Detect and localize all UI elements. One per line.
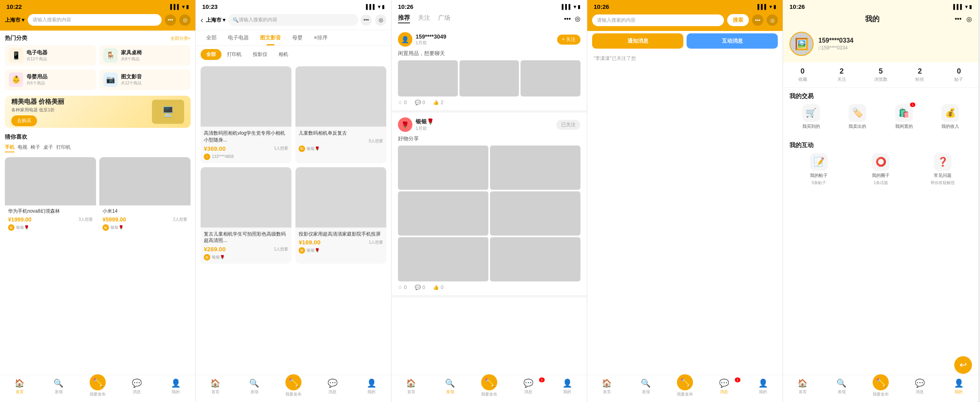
nav-message-4[interactable]: 💬 消息 1 <box>705 378 744 397</box>
nav-mine-4[interactable]: 👤 我的 <box>744 378 783 397</box>
followed-button-2[interactable]: 已关注 <box>556 120 580 130</box>
nav-mine-1[interactable]: 👤 我的 <box>156 378 195 397</box>
category-electronics[interactable]: 📱 电子电器 共12个商品 <box>5 45 96 66</box>
banner-button[interactable]: 去购买 <box>11 115 37 126</box>
nav-home-2[interactable]: 🏠 首页 <box>196 378 235 397</box>
search-placeholder-4: 请输入搜索的内容 <box>597 17 636 24</box>
search-bar-2[interactable]: 🔍 请输入搜索的内容 <box>228 14 358 26</box>
my-circles[interactable]: ⭕ 我的圈子 1条话题 <box>851 153 910 186</box>
sub-tab-printer[interactable]: 打印机 <box>221 49 247 60</box>
feed-like-2[interactable]: ☆ 0 <box>398 285 407 290</box>
list-product-2[interactable]: 儿童数码相机单反复古 0人想要 银 银银🌹 <box>295 66 386 163</box>
search-button-4[interactable]: 搜索 <box>727 14 749 26</box>
my-posts[interactable]: 📝 我的帖子 0条帖子 <box>789 153 848 186</box>
more-icon-2[interactable]: ••• <box>361 14 372 26</box>
stat-collect[interactable]: 0 收藏 <box>783 67 822 82</box>
guess-tag-tv[interactable]: 电视 <box>18 144 27 152</box>
tab-baby[interactable]: 母婴 <box>287 30 308 45</box>
follow-button-1[interactable]: + 关注 <box>557 35 580 45</box>
nav-home-5[interactable]: 🏠 首页 <box>783 378 822 397</box>
nav-discover-5[interactable]: 🔍 发现 <box>822 378 861 397</box>
tab-all[interactable]: 全部 <box>201 30 222 45</box>
feed-tab-square[interactable]: 广场 <box>438 14 450 23</box>
nav-message-3[interactable]: 💬 消息 1 <box>509 378 548 397</box>
sub-tab-camera[interactable]: 相机 <box>273 49 294 60</box>
more-icon-3[interactable]: ••• <box>564 15 571 23</box>
nav-publish-3[interactable]: ✏️ 我要发布 <box>469 378 508 397</box>
category-baby[interactable]: 👶 母婴用品 共6个商品 <box>5 69 96 90</box>
faq[interactable]: ❓ 常见问题 帮你答疑解惑 <box>913 153 972 186</box>
battery-icon-4: ▮ <box>773 4 776 10</box>
scan-icon[interactable]: ◎ <box>179 14 191 26</box>
nav-discover-1[interactable]: 🔍 发现 <box>39 378 78 397</box>
stat-fans[interactable]: 2 粉丝 <box>900 67 939 82</box>
search-bar[interactable]: 请输入搜索的内容 <box>28 14 162 26</box>
feed-image-1c <box>521 60 580 96</box>
all-categories-link[interactable]: 全部分类+ <box>170 35 191 41</box>
nav-home-1[interactable]: 🏠 首页 <box>0 378 39 397</box>
scan-icon-3[interactable]: ◎ <box>575 15 580 23</box>
more-icon[interactable]: ••• <box>165 14 176 26</box>
feed-like-1[interactable]: ☆ 0 <box>398 100 407 105</box>
list-product-4[interactable]: 投影仪家用超高清清家庭影院手机投屏 ¥169.00 1人想要 银 银银🌹 <box>295 167 386 264</box>
feed-comment-2[interactable]: 💬 0 <box>415 285 425 290</box>
float-button[interactable]: ↩ <box>954 356 972 374</box>
product-card-1[interactable]: 华为手机nova8幻境森林 ¥1999.00 3人想要 银 银银🌹 <box>5 157 96 234</box>
tab-media[interactable]: 图文影音 <box>254 30 287 45</box>
list-product-1[interactable]: 高清数码照相机vlog学生党专用小相机小型随身... ¥369.00 1人想要 … <box>201 66 291 163</box>
trading-sell[interactable]: 🏷️ 我卖出的 <box>836 104 880 129</box>
nav-mine-3[interactable]: 👤 我的 <box>548 378 587 397</box>
nav-message-1[interactable]: 💬 消息 <box>117 378 156 397</box>
scan-icon-2[interactable]: ◎ <box>375 14 386 26</box>
more-icon-5[interactable]: ••• <box>955 15 962 23</box>
nav-mine-5[interactable]: 👤 我的 <box>939 378 978 397</box>
stat-follow[interactable]: 2 关注 <box>822 67 861 82</box>
nav-publish-2[interactable]: ✏️ 我要发布 <box>274 378 313 397</box>
nav-mine-2[interactable]: 👤 我的 <box>352 378 391 397</box>
category-media[interactable]: 📷 图文影音 共12个商品 <box>99 69 191 90</box>
more-icon-4[interactable]: ••• <box>752 14 763 26</box>
nav-message-5[interactable]: 💬 消息 <box>900 378 939 397</box>
scan-icon-4[interactable]: ◎ <box>767 14 778 26</box>
nav-publish-5[interactable]: ✏️ 我要发布 <box>861 378 900 397</box>
nav-publish-4[interactable]: ✏️ 我要发布 <box>665 378 704 397</box>
location-select[interactable]: 上海市 ▾ <box>206 16 226 24</box>
trading-buy[interactable]: 🛒 我买到的 <box>789 104 833 129</box>
nav-discover-3[interactable]: 🔍 发现 <box>431 378 469 397</box>
profile-avatar[interactable]: 🖼️ <box>789 32 814 56</box>
nav-discover-4[interactable]: 🔍 发现 <box>626 378 665 397</box>
tab-sort[interactable]: ≡排序 <box>308 30 333 45</box>
phone4-search[interactable]: 请输入搜索的内容 <box>592 14 724 26</box>
sub-tab-projector[interactable]: 投影仪 <box>247 49 273 60</box>
trading-idle[interactable]: 🛍️ 1 我闲置的 <box>882 104 926 129</box>
guess-tag-desk[interactable]: 桌子 <box>43 144 53 152</box>
nav-publish-1[interactable]: ✏️ 我要发布 <box>78 378 117 397</box>
nav-home-label-4: 首页 <box>603 389 611 395</box>
guess-tag-chair[interactable]: 椅子 <box>31 144 40 152</box>
sub-tab-all[interactable]: 全部 <box>201 49 221 60</box>
feed-comment-1[interactable]: 💬 0 <box>415 100 425 105</box>
posts-count: 0条帖子 <box>812 180 826 186</box>
stat-browse[interactable]: 5 浏览数 <box>861 67 900 82</box>
feed-tab-recommend[interactable]: 推荐 <box>398 14 410 23</box>
feed-favorite-1[interactable]: 👍 2 <box>433 100 443 105</box>
nav-message-2[interactable]: 💬 消息 <box>313 378 352 397</box>
feed-tab-follow[interactable]: 关注 <box>418 14 430 23</box>
stat-posts[interactable]: 0 贴子 <box>939 67 978 82</box>
msg-tab-notification[interactable]: 通知消息 <box>592 33 683 49</box>
location-button[interactable]: 上海市 ▾ <box>5 16 25 24</box>
nav-home-4[interactable]: 🏠 首页 <box>587 378 626 397</box>
back-button[interactable]: ‹ <box>201 15 203 25</box>
feed-favorite-2[interactable]: 👍 0 <box>433 285 443 290</box>
product-card-2[interactable]: 小米14 ¥5999.00 2人想要 银 银银🌹 <box>99 157 191 234</box>
nav-home-3[interactable]: 🏠 首页 <box>392 378 431 397</box>
guess-tag-phone[interactable]: 手机 <box>5 144 14 152</box>
nav-discover-2[interactable]: 🔍 发现 <box>235 378 274 397</box>
msg-tab-interaction[interactable]: 互动消息 <box>687 33 778 49</box>
scan-icon-5[interactable]: ◎ <box>966 15 972 23</box>
tab-electronics[interactable]: 电子电器 <box>222 30 254 45</box>
list-product-3[interactable]: 复古儿童相机学生可拍照彩色高级数码超高清照... ¥269.00 1人想要 银 … <box>201 167 291 264</box>
category-furniture[interactable]: 🪑 家具桌椅 共8个商品 <box>99 45 191 66</box>
guess-tag-printer[interactable]: 打印机 <box>56 144 71 152</box>
trading-income[interactable]: 💰 我的收入 <box>929 104 972 129</box>
